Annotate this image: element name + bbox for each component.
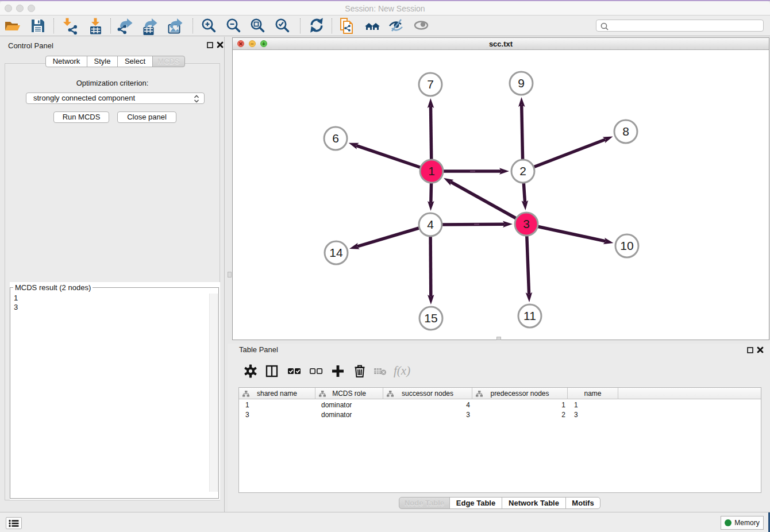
svg-text:11: 11 xyxy=(523,309,536,322)
svg-text:15: 15 xyxy=(424,311,437,325)
svg-text:3: 3 xyxy=(523,217,530,230)
svg-text:10: 10 xyxy=(620,239,633,252)
svg-text:14: 14 xyxy=(329,246,343,259)
svg-text:7: 7 xyxy=(427,78,434,91)
svg-text:4: 4 xyxy=(427,218,434,231)
svg-text:1: 1 xyxy=(428,164,435,178)
svg-text:2: 2 xyxy=(519,164,526,178)
svg-text:9: 9 xyxy=(518,76,525,90)
svg-text:8: 8 xyxy=(622,125,629,138)
svg-text:6: 6 xyxy=(332,132,339,145)
